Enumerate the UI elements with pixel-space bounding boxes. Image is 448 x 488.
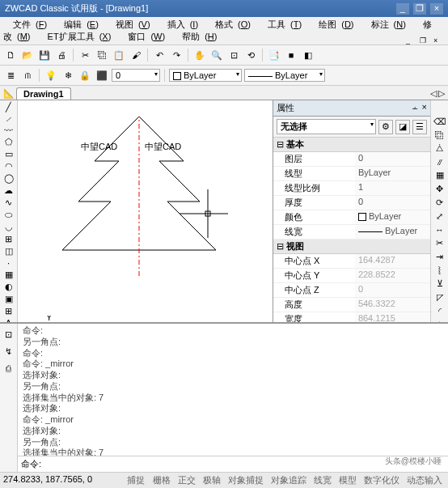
- pan-icon[interactable]: ✋: [192, 48, 207, 62]
- hatch-icon[interactable]: ▦: [2, 269, 16, 280]
- save-icon[interactable]: 💾: [37, 48, 52, 62]
- doc-close-button[interactable]: ×: [429, 35, 440, 45]
- menu-et[interactable]: ET扩展工具(X): [38, 30, 116, 43]
- category-view[interactable]: 视图: [273, 240, 430, 254]
- paste-icon[interactable]: 📋: [112, 48, 126, 62]
- join-icon[interactable]: ⊻: [433, 278, 447, 289]
- status-polar[interactable]: 极轴: [203, 475, 221, 485]
- color-select[interactable]: ByLayer: [169, 69, 242, 82]
- zoom-icon[interactable]: 🔍: [209, 48, 224, 62]
- polygon-icon[interactable]: ⬠: [2, 137, 16, 147]
- menu-edit[interactable]: 编辑(E): [54, 18, 104, 31]
- window-close-button[interactable]: ×: [430, 3, 443, 15]
- explode-icon[interactable]: ✶: [433, 320, 447, 322]
- new-file-icon[interactable]: 🗋: [3, 48, 18, 62]
- chamfer-icon[interactable]: ◸: [433, 292, 447, 303]
- region-icon[interactable]: ▣: [2, 294, 16, 304]
- menu-tools[interactable]: 工具(T): [258, 18, 306, 31]
- zoom-prev-icon[interactable]: ⟲: [243, 48, 258, 62]
- print-icon[interactable]: 🖨: [54, 48, 69, 62]
- drawing-canvas[interactable]: 中望CAD 中望CAD X Y X Y: [18, 100, 273, 322]
- ellipse-arc-icon[interactable]: ◡: [2, 222, 16, 232]
- cut-icon[interactable]: ✂: [78, 48, 92, 62]
- ellipse-icon[interactable]: ⬭: [2, 210, 16, 220]
- spline-icon[interactable]: ∿: [2, 197, 16, 208]
- properties-pin-icon[interactable]: ⫠: [411, 102, 420, 112]
- text-icon[interactable]: A: [2, 318, 16, 322]
- status-lwt[interactable]: 线宽: [314, 475, 332, 485]
- status-ortho[interactable]: 正交: [178, 475, 196, 485]
- freeze-icon[interactable]: ❄: [61, 68, 75, 83]
- tab-nav-left-icon[interactable]: ◁: [430, 88, 437, 99]
- menu-window[interactable]: 窗口(W): [118, 30, 170, 43]
- scale-icon[interactable]: ⤢: [433, 211, 447, 222]
- array-icon[interactable]: ▦: [433, 170, 447, 180]
- xline-icon[interactable]: ⟋: [2, 114, 16, 124]
- layer-manager-icon[interactable]: ≣: [3, 68, 18, 83]
- doc-minimize-button[interactable]: _: [401, 35, 412, 45]
- match-icon[interactable]: 🖌: [129, 48, 143, 62]
- properties-close-icon[interactable]: ×: [422, 102, 427, 112]
- rectangle-icon[interactable]: ▭: [2, 149, 16, 159]
- stretch-icon[interactable]: ↔: [433, 225, 447, 235]
- window-minimize-button[interactable]: _: [396, 3, 409, 15]
- cmd-tool-2-icon[interactable]: ↯: [2, 344, 16, 359]
- table-icon[interactable]: ⊞: [2, 306, 16, 316]
- bulb-on-icon[interactable]: 💡: [44, 68, 58, 83]
- open-file-icon[interactable]: 📂: [20, 48, 35, 62]
- erase-icon[interactable]: ⌫: [433, 117, 447, 127]
- tab-nav-right-icon[interactable]: ▷: [438, 88, 445, 99]
- offset-icon[interactable]: ⫽: [433, 157, 447, 167]
- linetype-select[interactable]: ByLayer: [244, 69, 325, 82]
- redo-icon[interactable]: ↷: [169, 48, 184, 62]
- menu-draw[interactable]: 绘图(D): [309, 18, 358, 31]
- cmd-tool-3-icon[interactable]: ⎙: [2, 361, 16, 376]
- fillet-icon[interactable]: ◜: [433, 306, 447, 316]
- extend-icon[interactable]: ⇥: [433, 252, 447, 262]
- tool-palette-icon[interactable]: ◧: [301, 48, 315, 62]
- make-block-icon[interactable]: ◫: [2, 246, 16, 257]
- menu-help[interactable]: 帮助(H): [172, 30, 222, 43]
- doc-restore-button[interactable]: ❐: [415, 35, 426, 45]
- menu-format[interactable]: 格式(O): [205, 18, 256, 31]
- status-model[interactable]: 模型: [339, 475, 357, 485]
- gradient-icon[interactable]: ◐: [2, 282, 16, 292]
- break-icon[interactable]: ⦚: [433, 265, 447, 275]
- move-icon[interactable]: ✥: [433, 184, 447, 194]
- select-objects-icon[interactable]: ◪: [395, 120, 410, 134]
- status-osnap[interactable]: 对象捕捉: [228, 475, 264, 485]
- copy-obj-icon[interactable]: ⿻: [433, 130, 447, 140]
- undo-icon[interactable]: ↶: [152, 48, 167, 62]
- menu-file[interactable]: 文件(F): [3, 18, 52, 31]
- rotate-icon[interactable]: ⟳: [433, 197, 447, 208]
- circle-icon[interactable]: ◯: [2, 173, 16, 184]
- status-dyninput[interactable]: 动态输入: [407, 475, 442, 485]
- mirror-icon[interactable]: ⧊: [433, 143, 447, 154]
- trim-icon[interactable]: ✂: [433, 238, 447, 248]
- category-basic[interactable]: 基本: [273, 138, 430, 152]
- layer-select[interactable]: 0: [112, 69, 160, 82]
- properties-icon[interactable]: 📑: [267, 48, 281, 62]
- design-center-icon[interactable]: ■: [284, 48, 298, 62]
- window-maximize-button[interactable]: ❐: [413, 3, 426, 15]
- zoom-window-icon[interactable]: ⊡: [226, 48, 241, 62]
- status-grid[interactable]: 栅格: [153, 475, 171, 485]
- quick-select-icon[interactable]: ⚙: [378, 120, 393, 134]
- revcloud-icon[interactable]: ☁: [2, 185, 16, 196]
- cmd-tool-1-icon[interactable]: ⊡: [2, 327, 16, 342]
- arc-icon[interactable]: ◠: [2, 161, 16, 172]
- tab-drawing1[interactable]: Drawing1: [16, 87, 71, 100]
- menu-dim[interactable]: 标注(N): [361, 18, 411, 31]
- copy-icon[interactable]: ⿻: [95, 48, 109, 62]
- menu-view[interactable]: 视图(V): [106, 18, 155, 31]
- status-dyn[interactable]: 数字化仪: [364, 475, 399, 485]
- layer-states-icon[interactable]: ⫙: [20, 68, 35, 83]
- polyline-icon[interactable]: 〰: [2, 125, 16, 135]
- selection-filter-select[interactable]: 无选择: [277, 119, 376, 134]
- point-icon[interactable]: ·: [2, 258, 16, 268]
- status-otrack[interactable]: 对象追踪: [271, 475, 306, 485]
- insert-block-icon[interactable]: ⊞: [2, 234, 16, 244]
- line-icon[interactable]: ╱: [2, 102, 16, 112]
- status-snap[interactable]: 捕捉: [127, 475, 145, 485]
- menu-insert[interactable]: 插入(I): [158, 18, 203, 31]
